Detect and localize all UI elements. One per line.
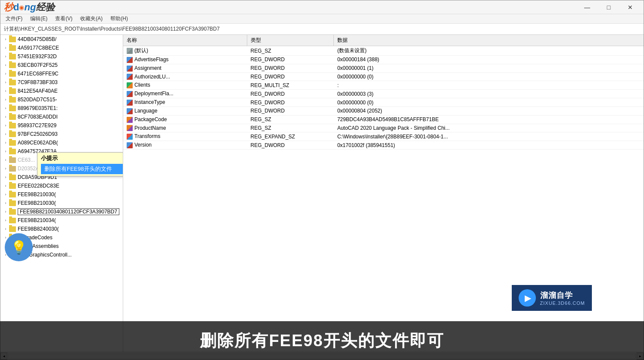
col-header-data[interactable]: 数据 (334, 35, 644, 46)
title-bar: 秒 d ◉ ng 经验 — □ ✕ (0, 0, 644, 14)
tree-item[interactable]: › 958937C27E929 (0, 121, 123, 130)
cell-data: C:\Windows\Installer\{28B89EEF-3001-0804… (334, 132, 644, 141)
lightbulb-container: 💡 (5, 233, 33, 261)
tree-item[interactable]: › FEE98B8240030( (0, 225, 123, 233)
table-row[interactable]: TransformsREG_EXPAND_SZC:\Windows\Instal… (123, 132, 644, 141)
tooltip-highlight: 删除所有FEE98开头的文件 (41, 164, 123, 174)
cell-data: 0x00000001 (1) (334, 64, 644, 72)
cell-name: Transforms (123, 132, 247, 141)
menu-file[interactable]: 文件(F) (2, 14, 26, 23)
maximize-button[interactable]: □ (599, 1, 619, 13)
tree-label: 889679E0357E1: (18, 105, 58, 111)
reg-type-icon (127, 142, 133, 148)
address-path: 计算机\HKEY_CLASSES_ROOT\Installer\Products… (4, 25, 220, 33)
tree-item[interactable]: › 4A59177C8BECE (0, 44, 123, 52)
brand-play-icon: ▶ (519, 289, 536, 307)
table-row[interactable]: VersionREG_DWORD0x1701002f (385941551) (123, 141, 644, 150)
expand-icon: › (2, 79, 9, 86)
cell-name: PackageCode (123, 115, 247, 124)
table-row[interactable]: ProductNameREG_SZAutoCAD 2020 Language P… (123, 124, 644, 132)
menu-help[interactable]: 帮助(H) (107, 14, 131, 23)
table-row[interactable]: AuthorizedLU...REG_DWORD0x00000000 (0) (123, 72, 644, 81)
folder-icon (9, 54, 16, 59)
tree-label: 7C9F8B73BF303 (18, 79, 58, 85)
expand-icon: › (2, 70, 9, 77)
lightbulb-icon: 💡 (5, 233, 33, 261)
folder-icon (9, 45, 16, 51)
expand-icon: › (2, 53, 9, 60)
tree-label-editing: FEE98B82100340801120FCF3A3907BD7 (18, 208, 119, 215)
tree-item[interactable]: › 44DB0475D85B/ (0, 35, 123, 44)
col-header-name[interactable]: 名称 (123, 35, 247, 46)
reg-type-icon (127, 108, 133, 114)
folder-icon (9, 63, 16, 68)
brand-sub-text: ZIXUE.3D66.COM (540, 301, 585, 306)
folder-icon (9, 80, 16, 85)
folder-icon (9, 149, 16, 154)
table-row[interactable]: AdvertiseFlagsREG_DWORD0x00000184 (388) (123, 56, 644, 64)
cell-name: DeploymentFla... (123, 90, 247, 98)
tree-label: FEE98B210034( (18, 217, 56, 223)
address-bar[interactable]: 计算机\HKEY_CLASSES_ROOT\Installer\Products… (0, 24, 644, 35)
tree-item[interactable]: › 57451E932F32D (0, 52, 123, 61)
cell-type: REG_SZ (247, 124, 334, 132)
table-row[interactable]: LanguageREG_DWORD0x00000804 (2052) (123, 106, 644, 115)
table-row[interactable]: ClientsREG_MULTI_SZ: (123, 81, 644, 90)
cell-data: 0x00000000 (0) (334, 98, 644, 107)
tree-item[interactable]: › 8CF7083EA0DDI (0, 113, 123, 121)
table-row[interactable]: (默认)REG_SZ(数值未设置) (123, 46, 644, 56)
brand-watermark: ▶ 溜溜自学 ZIXUE.3D66.COM (512, 285, 592, 311)
minimize-button[interactable]: — (577, 1, 597, 13)
close-button[interactable]: ✕ (620, 1, 640, 13)
tree-item[interactable]: › 6471EC68FFE9C (0, 69, 123, 78)
tree-label: 44DB0475D85B/ (18, 36, 56, 42)
cell-type: REG_DWORD (247, 106, 334, 115)
table-row[interactable]: DeploymentFla...REG_DWORD0x00000003 (3) (123, 90, 644, 98)
folder-icon (9, 192, 16, 197)
folder-icon (9, 140, 16, 146)
main-content: › 44DB0475D85B/ › 4A59177C8BECE › 57451E… (0, 35, 644, 352)
table-row[interactable]: PackageCodeREG_SZ729BDC4A93B4AD5498B1C85… (123, 115, 644, 124)
expand-icon: › (2, 191, 9, 198)
cell-data: AutoCAD 2020 Language Pack - Simplified … (334, 124, 644, 132)
expand-icon: › (2, 62, 9, 69)
tree-item[interactable]: › 8412E54AF40AE (0, 87, 123, 95)
reg-type-icon (127, 82, 133, 88)
tree-item[interactable]: › 97BFC25026D93 (0, 130, 123, 138)
tree-item[interactable]: › 7C9F8B73BF303 (0, 78, 123, 87)
col-header-type[interactable]: 类型 (247, 35, 334, 46)
cell-data: : (334, 81, 644, 90)
cell-name: Clients (123, 81, 247, 90)
registry-table: 名称 类型 数据 (默认)REG_SZ(数值未设置)AdvertiseFlags… (123, 35, 644, 150)
tree-label: FEE98B210030( (18, 191, 56, 197)
tree-item[interactable]: › FEE98B210034( (0, 216, 123, 225)
tree-item[interactable]: › EFEE0228DC83E (0, 182, 123, 190)
tree-item[interactable]: › 8520DAD7C515- (0, 95, 123, 104)
tree-label: FEE98B8240030( (18, 226, 59, 232)
expand-icon: › (2, 200, 9, 207)
expand-icon: › (2, 139, 9, 146)
tree-item-selected[interactable]: › FEE98B82100340801120FCF3A3907BD7 (0, 207, 123, 216)
tree-pane[interactable]: › 44DB0475D85B/ › 4A59177C8BECE › 57451E… (0, 35, 123, 352)
expand-icon: › (2, 182, 9, 189)
table-row[interactable]: AssignmentREG_DWORD0x00000001 (1) (123, 64, 644, 72)
tree-label: A089CE062ADB( (18, 140, 58, 146)
tree-item[interactable]: › 63ECB07F2F525 (0, 61, 123, 69)
tree-item[interactable]: › FEE98B210030( (0, 190, 123, 199)
tree-label: 57451E932F32D (18, 53, 57, 59)
folder-icon (9, 88, 16, 94)
reg-type-icon (127, 134, 133, 140)
tree-item[interactable]: › 889679E0357E1: (0, 104, 123, 113)
menu-favorites[interactable]: 收藏夹(A) (77, 14, 106, 23)
table-row[interactable]: InstanceTypeREG_DWORD0x00000000 (0) (123, 98, 644, 107)
menu-view[interactable]: 查看(V) (52, 14, 76, 23)
cell-data: 0x00000000 (0) (334, 72, 644, 81)
reg-type-icon (127, 125, 133, 131)
folder-icon (9, 166, 16, 172)
menu-edit[interactable]: 编辑(E) (27, 14, 51, 23)
tree-item[interactable]: › FEE98B210030( (0, 199, 123, 207)
expand-icon: › (2, 36, 9, 43)
expand-icon: › (2, 113, 9, 120)
tree-item[interactable]: › A089CE062ADB( (0, 138, 123, 147)
subtitle-text: 删除所有FEE98开头的文件即可 (200, 330, 444, 352)
